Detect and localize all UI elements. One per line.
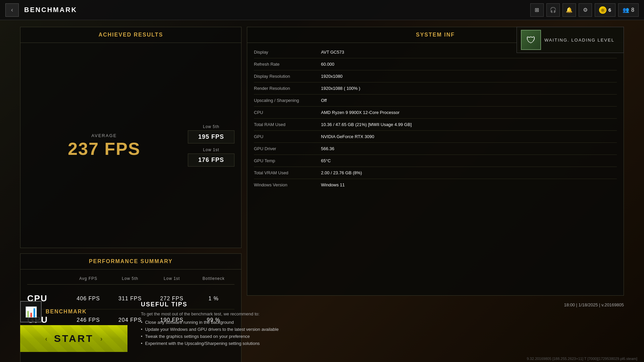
sysinfo-row-vram: Total VRAM Used 2.00 / 23.76 GB (8%)	[254, 167, 617, 179]
bell-icon-button[interactable]: 🔔	[562, 3, 576, 17]
bell-icon: 🔔	[566, 7, 573, 13]
sysinfo-val-displayres: 644x362	[321, 74, 617, 79]
sysinfo-val-ram: 10.36 / 47.65 GB (21%) [MWII Usage 4.99 …	[321, 122, 617, 127]
build-info: 9.32.20169805 [188.255.2623+11] T [7000]…	[527, 357, 637, 361]
perf-cpu-low5th: 311 FPS	[109, 296, 151, 302]
tips-section: USEFUL TIPS To get the most out of the b…	[134, 301, 557, 346]
currency-display[interactable]: ◎ 6	[595, 3, 615, 17]
sysinfo-val-renderres: 1920x1088 ( 100% )	[321, 86, 617, 91]
low1st-stat: Low 1st 176 FPS	[188, 147, 234, 167]
nav-right: ⊞ 🎧 🔔 ⚙ ◎ 6 👥 8	[530, 3, 639, 17]
main-content: ACHIEVED RESULTS AVERAGE 237 FPS Low 5th…	[0, 20, 644, 362]
start-arrow-left-icon: ‹	[45, 335, 47, 343]
sysinfo-val-windows: Windows 11	[321, 182, 617, 187]
loading-badge-inner: 🛡	[524, 33, 538, 47]
sysinfo-row-displayres: Display Resolution 644x362	[254, 70, 617, 82]
friends-icon: 👥	[623, 7, 629, 13]
low5th-label: Low 5th	[188, 124, 234, 129]
low1st-label: Low 1st	[188, 147, 234, 152]
sysinfo-val-upscaling: Off	[321, 98, 617, 103]
tips-intro: To get the most out of the benchmark tes…	[141, 311, 550, 316]
sysinfo-val-vram: 2.00 / 23.76 GB (8%)	[321, 170, 617, 175]
system-info-title: SYSTEM INF	[416, 32, 455, 38]
shield-icon: 🛡	[526, 35, 536, 46]
perf-cpu-low1st: 272 FPS	[151, 296, 193, 302]
currency-amount: 6	[608, 7, 611, 13]
sysinfo-key-gputemp: GPU Temp	[254, 158, 321, 163]
list-item: Experiment with the Upscaling/Sharpening…	[141, 341, 550, 346]
perf-cpu-avgfps: 406 FPS	[67, 296, 109, 302]
achieved-content: AVERAGE 237 FPS Low 5th 195 FPS Low 1st …	[20, 43, 241, 248]
sysinfo-row-gpu: GPU NVIDIA GeForce RTX 3090	[254, 131, 617, 143]
list-item: Tweak the graphics settings based on you…	[141, 334, 550, 339]
sysinfo-key-display: Display	[254, 50, 321, 55]
col-header-avgfps: Avg FPS	[67, 276, 109, 281]
achieved-results-panel: ACHIEVED RESULTS AVERAGE 237 FPS Low 5th…	[20, 27, 241, 248]
loading-notification: 🛡 WAITING. LOADING LEVEL	[517, 27, 624, 53]
grid-icon-button[interactable]: ⊞	[530, 3, 544, 17]
sysinfo-val-cpu: AMD Ryzen 9 9900X 12-Core Processor	[321, 110, 617, 115]
perf-table-header: Avg FPS Low 5th Low 1st Bottleneck	[27, 273, 234, 285]
sysinfo-val-gputemp: 65°C	[321, 158, 617, 163]
sysinfo-row-windows: Windows Version Windows 11	[254, 179, 617, 191]
sysinfo-val-refresh: 60.000	[321, 62, 617, 67]
sysinfo-row-gputemp: GPU Temp 65°C	[254, 155, 617, 167]
sysinfo-key-ram: Total RAM Used	[254, 122, 321, 127]
sysinfo-key-refresh: Refresh Rate	[254, 62, 321, 67]
friends-count: 8	[631, 7, 634, 13]
results-column: ACHIEVED RESULTS AVERAGE 237 FPS Low 5th…	[20, 27, 241, 296]
low5th-stat: Low 5th 195 FPS	[188, 124, 234, 143]
benchmark-icon-box: 📊	[20, 301, 42, 322]
sysinfo-row-upscaling: Upscaling / Sharpening Off	[254, 95, 617, 107]
top-row: ACHIEVED RESULTS AVERAGE 237 FPS Low 5th…	[20, 27, 624, 296]
sysinfo-key-displayres: Display Resolution	[254, 74, 321, 79]
list-item: Close any software running in the backgr…	[141, 320, 550, 325]
gear-icon: ⚙	[583, 7, 588, 13]
sysinfo-row-cpu: CPU AMD Ryzen 9 9900X 12-Core Processor	[254, 107, 617, 119]
fps-stats-section: Low 5th 195 FPS Low 1st 176 FPS	[188, 124, 234, 167]
perf-summary-title: PERFORMANCE SUMMARY	[89, 258, 173, 264]
sysinfo-row-ram: Total RAM Used 10.36 / 47.65 GB (21%) [M…	[254, 119, 617, 131]
tips-title: USEFUL TIPS	[141, 301, 550, 308]
sysinfo-key-windows: Windows Version	[254, 182, 321, 187]
low5th-value: 195 FPS	[188, 130, 234, 143]
sysinfo-key-renderres: Render Resolution	[254, 86, 321, 91]
perf-cpu-bottleneck: 1 %	[193, 296, 235, 302]
col-header-name	[27, 276, 67, 281]
sysinfo-row-gpudriver: GPU Driver 566.36	[254, 143, 617, 155]
achieved-results-title: ACHIEVED RESULTS	[99, 32, 163, 38]
bottom-row: 📊 BENCHMARK ‹ START › USEFUL TIPS To get…	[20, 301, 624, 355]
navbar: ‹ BENCHMARK ⊞ 🎧 🔔 ⚙ ◎ 6 👥 8	[0, 0, 644, 20]
start-text: START	[54, 333, 94, 344]
friends-display[interactable]: 👥 8	[618, 3, 639, 17]
achieved-results-header: ACHIEVED RESULTS	[20, 27, 241, 43]
benchmark-icon: 📊	[25, 306, 37, 318]
back-button[interactable]: ‹	[5, 3, 19, 17]
sysinfo-val-gpu: NVIDIA GeForce RTX 3090	[321, 134, 617, 139]
headset-icon: 🎧	[550, 7, 556, 13]
col-header-bottleneck: Bottleneck	[193, 276, 235, 281]
currency-coin-icon: ◎	[599, 6, 606, 14]
sysinfo-row-renderres: Render Resolution 1920x1088 ( 100% )	[254, 82, 617, 95]
benchmark-label: BENCHMARK	[46, 309, 87, 315]
sysinfo-key-cpu: CPU	[254, 110, 321, 115]
loading-text: WAITING. LOADING LEVEL	[544, 38, 620, 43]
benchmark-header: 📊 BENCHMARK	[20, 301, 127, 325]
grid-icon: ⊞	[535, 7, 539, 13]
average-fps-value: 237 FPS	[27, 140, 181, 158]
list-item: Update your Windows and GPU drivers to t…	[141, 327, 550, 332]
low1st-value: 176 FPS	[188, 154, 234, 167]
sysinfo-row-refresh: Refresh Rate 60.000	[254, 58, 617, 70]
settings-icon-button[interactable]: ⚙	[579, 3, 592, 17]
page-title: BENCHMARK	[24, 6, 77, 14]
benchmark-section: 📊 BENCHMARK ‹ START ›	[20, 301, 127, 352]
col-header-low1st: Low 1st	[151, 276, 193, 281]
loading-badge: 🛡	[521, 30, 541, 50]
perf-summary-header: PERFORMANCE SUMMARY	[20, 254, 241, 269]
average-label: AVERAGE	[27, 133, 181, 138]
col-header-low5th: Low 5th	[109, 276, 151, 281]
system-info-panel: SYSTEM INF Display AVT GC573 Refresh Rat…	[247, 27, 624, 296]
timestamp: 18:00 | 1/18/2025 | v.20169805	[564, 302, 624, 307]
start-button[interactable]: ‹ START ›	[20, 325, 127, 352]
headset-icon-button[interactable]: 🎧	[546, 3, 560, 17]
